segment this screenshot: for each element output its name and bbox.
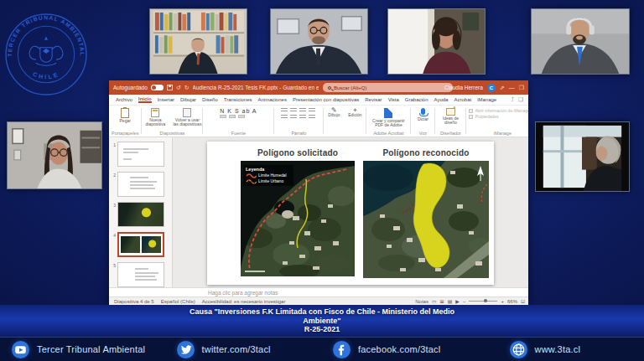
font-group: N K S ab A Fuente xyxy=(203,106,273,137)
adobe-pdf-button[interactable]: Crear y compartir PDF de Adobe xyxy=(368,108,408,127)
restore-icon[interactable]: ❐ xyxy=(519,85,524,90)
draw-button[interactable]: ✎ Dibujo xyxy=(328,108,340,117)
dictate-button[interactable]: Dictar xyxy=(418,108,428,121)
voice-group-label: Voz xyxy=(419,131,427,136)
notes-pane[interactable]: Haga clic para agregar notas xyxy=(109,287,528,297)
redo-icon[interactable]: ↻ xyxy=(184,85,190,90)
footer-website: www.3ta.cl xyxy=(468,341,644,358)
tab-vista[interactable]: Vista xyxy=(388,97,399,102)
video-tile-5[interactable] xyxy=(7,121,102,189)
zoom-percent[interactable]: 66% xyxy=(507,299,517,304)
language-indicator[interactable]: Español (Chile) xyxy=(161,299,195,304)
slide-thumbnails-panel: 1 2 3 4 5 xyxy=(109,137,173,287)
edit-button[interactable]: ⌖ Edición xyxy=(348,108,361,117)
video-tile-3[interactable] xyxy=(387,8,486,75)
highlight-button[interactable] xyxy=(229,115,236,118)
tab-imanage[interactable]: iManage xyxy=(477,97,496,102)
caption-line-3: R-25-2021 xyxy=(0,325,644,334)
video-tile-6[interactable] xyxy=(535,121,630,192)
paste-button[interactable]: Pegar xyxy=(120,108,131,123)
save-icon[interactable] xyxy=(167,85,173,90)
zoom-slider[interactable] xyxy=(469,301,497,302)
slide-thumbnail-4[interactable]: 4 xyxy=(111,232,169,257)
imanage-properties-button[interactable]: Propiedades xyxy=(469,114,528,120)
dictate-label: Dictar xyxy=(418,117,428,121)
char-spacing-button[interactable] xyxy=(238,115,245,118)
tab-insertar[interactable]: Insertar xyxy=(158,97,174,102)
legend-title: Leyenda xyxy=(246,167,291,172)
undo-icon[interactable]: ↺ xyxy=(176,85,181,90)
share-mini-icon[interactable]: ⤴ xyxy=(511,96,514,103)
slide-editing-area: Polígono solicitado xyxy=(173,137,528,287)
imanage-open-label: Abrir información de iManage xyxy=(475,108,528,114)
adobe-pdf-icon xyxy=(384,108,392,118)
font-color-button[interactable] xyxy=(220,115,226,118)
caption-line-2: Ambiente" xyxy=(0,317,644,326)
design-ideas-icon xyxy=(446,108,455,116)
zoom-out-button[interactable]: − xyxy=(463,299,466,304)
tab-grabacion[interactable]: Grabación xyxy=(405,97,428,102)
slide-number: 1 xyxy=(111,142,116,147)
autosave-label: Autoguardado xyxy=(113,85,148,90)
footer-twitter: twitter.com/3tacl xyxy=(147,341,312,358)
requested-polygon-map: Leyenda Límite Humedal xyxy=(241,161,355,280)
slide-thumbnail-3[interactable]: 3 xyxy=(111,202,169,227)
notes-toggle[interactable]: Notas xyxy=(415,299,428,304)
paragraph-buttons[interactable] xyxy=(281,108,316,120)
slide-thumbnail-2[interactable]: 2 xyxy=(111,172,169,197)
tab-inicio[interactable]: Inicio xyxy=(138,96,152,103)
ribbon-tab-bar: Archivo Inicio Insertar Dibujar Diseño T… xyxy=(109,95,528,106)
comments-icon[interactable]: ❏ xyxy=(518,96,523,103)
tab-dibujar[interactable]: Dibujar xyxy=(180,97,196,102)
left-map-title: Polígono solicitado xyxy=(257,148,338,157)
slide-thumbnail-5[interactable]: 5 xyxy=(111,262,169,287)
imanage-open-icon xyxy=(469,109,473,113)
draw-collapsed-group: ✎ Dibujo xyxy=(324,106,344,137)
notes-placeholder: Haga clic para agregar notas xyxy=(208,290,278,296)
seal-country-text: CHILE xyxy=(32,71,61,81)
share-icon[interactable]: ⇗ xyxy=(500,85,505,90)
imanage-open-button[interactable]: Abrir información de iManage xyxy=(469,108,528,114)
caption-line-1: Causa "Inversiones F.K Limitada con Fisc… xyxy=(0,307,644,317)
twitter-icon xyxy=(177,341,195,358)
video-tile-2[interactable] xyxy=(270,8,368,75)
slideshow-icon[interactable]: ▶ xyxy=(455,298,460,304)
new-slide-button[interactable]: Nueva diapositiva xyxy=(142,108,169,126)
reading-view-icon[interactable]: ▤ xyxy=(448,298,453,304)
tab-diseno[interactable]: Diseño xyxy=(202,97,218,102)
minimize-icon[interactable]: — xyxy=(509,85,515,90)
draw-label: Dibujo xyxy=(328,113,340,117)
font-format-buttons[interactable]: N K S ab A xyxy=(220,108,257,114)
video-tile-4[interactable] xyxy=(531,8,630,75)
tab-animaciones[interactable]: Animaciones xyxy=(258,97,287,102)
legend-item-urbano: Límite Urbano xyxy=(246,178,291,184)
footer-facebook-label: facebook.com/3tacl xyxy=(358,344,440,354)
accessibility-status[interactable]: Accesibilidad: es necesario investigar xyxy=(202,299,286,304)
tribunal-seal: TERCER TRIBUNAL AMBIENTAL CHILE xyxy=(3,12,89,97)
slide-number: 2 xyxy=(111,172,116,178)
search-box[interactable]: Buscar (Alt+Q) xyxy=(323,83,453,92)
microphone-icon xyxy=(421,108,425,115)
imanage-group-label: iManage xyxy=(494,131,512,136)
font-group-label: Fuente xyxy=(231,131,246,136)
reuse-slides-button[interactable]: Volver a usar las diapositivas xyxy=(172,108,202,126)
zoom-in-button[interactable]: + xyxy=(501,299,504,304)
user-avatar[interactable]: C xyxy=(487,84,496,92)
tab-acrobat[interactable]: Acrobat xyxy=(454,97,471,102)
normal-view-icon[interactable]: ▭ xyxy=(432,298,437,304)
participant-4-video xyxy=(532,9,629,74)
autosave-toggle[interactable] xyxy=(151,85,164,90)
fit-to-window-icon[interactable]: ⊡ xyxy=(521,298,525,304)
slide-sorter-icon[interactable]: ⊞ xyxy=(440,298,444,304)
slide-canvas[interactable]: Polígono solicitado xyxy=(207,142,494,285)
tab-revisar[interactable]: Revisar xyxy=(365,97,382,102)
video-tile-1[interactable] xyxy=(149,8,247,75)
footer-website-label: www.3ta.cl xyxy=(535,344,581,354)
right-map-title: Polígono reconocido xyxy=(382,148,469,157)
tab-archivo[interactable]: Archivo xyxy=(116,97,132,102)
design-ideas-button[interactable]: Ideas de diseño xyxy=(436,108,465,125)
tab-ayuda[interactable]: Ayuda xyxy=(434,97,449,102)
slide-thumbnail-1[interactable]: 1 xyxy=(111,142,169,167)
tab-transiciones[interactable]: Transiciones xyxy=(224,97,252,102)
tab-presentacion[interactable]: Presentación con diapositivas xyxy=(293,97,359,102)
